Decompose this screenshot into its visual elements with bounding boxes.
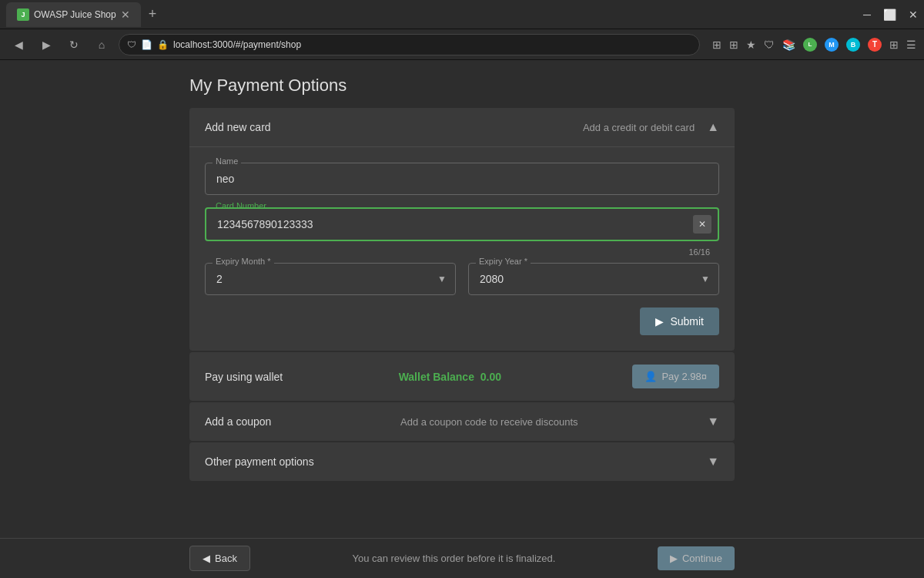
favicon: J (17, 8, 29, 21)
add-card-toggle-icon[interactable]: ▲ (707, 120, 719, 134)
url-text[interactable]: localhost:3000/#/payment/shop (173, 39, 301, 50)
address-bar[interactable]: 🛡 📄 🔒 localhost:3000/#/payment/shop (119, 34, 700, 55)
new-tab-icon[interactable]: + (149, 6, 157, 22)
close-window-icon[interactable]: ✕ (909, 8, 918, 21)
readinglist-icon[interactable]: 📚 (782, 39, 795, 51)
page-footer: ◀ Back You can review this order before … (0, 538, 924, 578)
tab-close-icon[interactable]: ✕ (121, 8, 130, 21)
card-form: Name Card Number ✕ 16/16 Expiry Month * (189, 147, 735, 351)
continue-label: Continue (682, 553, 722, 564)
browser-content: My Payment Options Add new card Add a cr… (0, 60, 924, 578)
ext-teal-icon[interactable]: B (846, 38, 860, 52)
browser-tab[interactable]: J OWASP Juice Shop ✕ (6, 2, 141, 27)
name-field: Name (205, 163, 719, 195)
apps-icon[interactable]: ⊞ (729, 39, 738, 51)
forward-nav-btn[interactable]: ▶ (35, 34, 57, 55)
bookmark-icon[interactable]: ★ (746, 39, 756, 51)
submit-arrow-icon: ▶ (655, 315, 664, 328)
coupon-title: Add a coupon (205, 415, 271, 428)
minimize-icon[interactable]: ─ (863, 8, 871, 21)
card-clear-button[interactable]: ✕ (693, 215, 711, 234)
toolbar-icons: ⊞ ⊞ ★ 🛡 📚 L M B T ⊞ ☰ (712, 38, 916, 52)
expiry-month-field: Expiry Month * 2 1 3 4 5 6 7 8 9 10 (205, 263, 456, 295)
pay-wallet-button[interactable]: 👤 Pay 2.98¤ (632, 365, 719, 388)
expiry-year-field: Expiry Year * 2080 2024 2025 2026 ▼ (468, 263, 719, 295)
continue-button[interactable]: ▶ Continue (658, 546, 735, 570)
back-button[interactable]: ◀ Back (189, 546, 250, 571)
back-label: Back (215, 553, 237, 564)
submit-row: ▶ Submit (205, 307, 719, 335)
continue-arrow-icon: ▶ (670, 553, 678, 564)
wallet-balance-label: Wallet Balance (399, 371, 474, 383)
card-counter: 16/16 (688, 247, 710, 257)
wallet-title: Pay using wallet (205, 371, 283, 383)
browser-toolbar: ◀ ▶ ↻ ⌂ 🛡 📄 🔒 localhost:3000/#/payment/s… (0, 29, 924, 60)
translate-icon[interactable]: ⊞ (712, 39, 721, 51)
expiry-month-select[interactable]: 2 1 3 4 5 6 7 8 9 10 11 12 (205, 263, 456, 295)
card-number-input[interactable] (205, 207, 719, 241)
back-arrow-icon: ◀ (203, 553, 210, 564)
ext-local-icon[interactable]: L (803, 38, 817, 52)
add-card-title: Add new card (205, 121, 271, 133)
coupon-section: Add a coupon Add a coupon code to receiv… (189, 402, 735, 441)
card-number-field: Card Number ✕ 16/16 (205, 207, 719, 241)
home-btn[interactable]: ⌂ (91, 34, 112, 55)
tab-title: OWASP Juice Shop (34, 9, 116, 20)
window-controls: ─ ⬜ ✕ (863, 8, 918, 21)
submit-label: Submit (670, 315, 704, 328)
browser-titlebar: J OWASP Juice Shop ✕ + ─ ⬜ ✕ (0, 0, 924, 29)
shield-icon: 🛡 (127, 39, 136, 50)
other-payment-title: Other payment options (205, 455, 314, 468)
coupon-expand-icon[interactable]: ▼ (707, 415, 719, 428)
other-expand-icon[interactable]: ▼ (707, 455, 719, 469)
add-card-subtitle: Add a credit or debit card (583, 122, 695, 133)
expiry-year-label: Expiry Year * (476, 257, 531, 266)
submit-button[interactable]: ▶ Submit (640, 307, 719, 335)
extensions-icon[interactable]: ⊞ (889, 39, 899, 51)
back-nav-btn[interactable]: ◀ (8, 34, 29, 55)
name-input[interactable] (205, 163, 719, 195)
wallet-balance-value: 0.00 (480, 371, 501, 383)
pay-wallet-icon: 👤 (644, 371, 657, 382)
coupon-description: Add a coupon code to receive discounts (400, 416, 578, 428)
page-icon: 📄 (141, 39, 152, 50)
page-title: My Payment Options (189, 60, 735, 108)
add-card-header: Add new card Add a credit or debit card … (189, 108, 735, 147)
other-payment-section: Other payment options ▼ (189, 442, 735, 481)
pay-wallet-label: Pay 2.98¤ (661, 371, 707, 382)
footer-info-text: You can review this order before it is f… (263, 553, 645, 564)
name-label: Name (213, 156, 241, 166)
add-card-section: Add new card Add a credit or debit card … (189, 108, 735, 351)
ext-blue-icon[interactable]: M (825, 38, 839, 52)
maximize-icon[interactable]: ⬜ (883, 8, 896, 21)
menu-icon[interactable]: ☰ (906, 39, 916, 51)
expiry-year-select[interactable]: 2080 2024 2025 2026 (468, 263, 719, 295)
refresh-btn[interactable]: ↻ (63, 34, 85, 55)
expiry-row: Expiry Month * 2 1 3 4 5 6 7 8 9 10 (205, 263, 719, 295)
shield-toolbar-icon[interactable]: 🛡 (764, 39, 775, 51)
lock-icon: 🔒 (157, 39, 169, 50)
wallet-section: Pay using wallet Wallet Balance 0.00 👤 P… (189, 352, 735, 401)
page-content: My Payment Options Add new card Add a cr… (0, 60, 924, 538)
wallet-balance: Wallet Balance 0.00 (399, 371, 501, 383)
ext-red-icon[interactable]: T (868, 38, 882, 52)
expiry-month-label: Expiry Month * (213, 257, 274, 266)
